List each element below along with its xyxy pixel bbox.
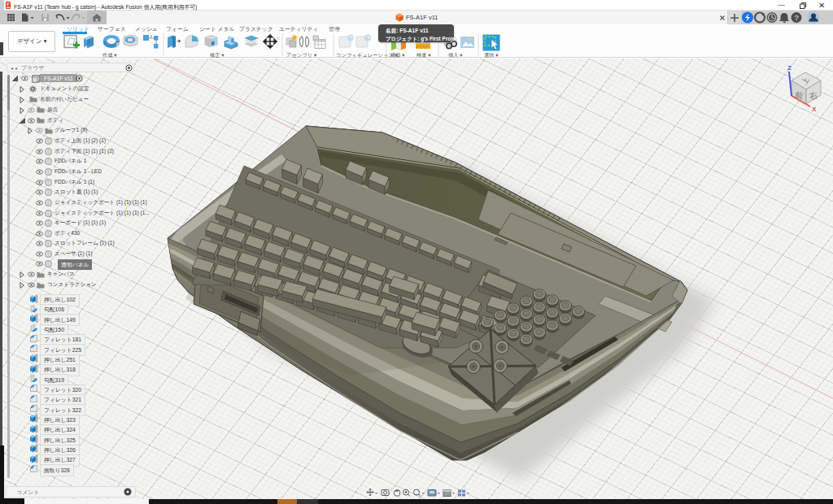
svg-text:前: 前 [794, 90, 803, 100]
svg-text:Z: Z [787, 64, 792, 72]
svg-text:X: X [812, 106, 817, 113]
svg-text:右: 右 [809, 90, 818, 100]
